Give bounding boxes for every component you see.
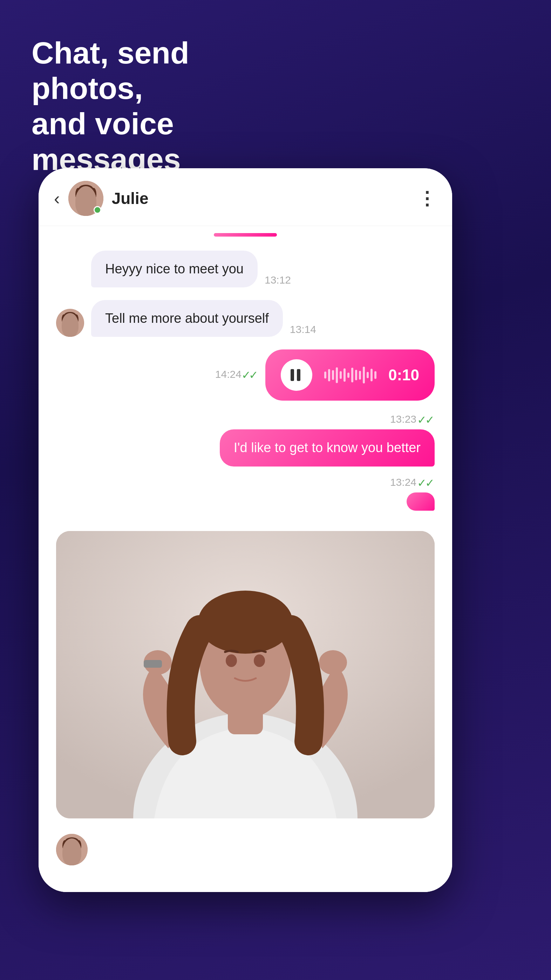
sent-bubble: I'd like to get to know you better: [220, 430, 435, 466]
bottom-contact-avatar: [56, 834, 88, 865]
svg-point-16: [67, 318, 69, 321]
svg-point-26: [226, 654, 237, 667]
svg-point-15: [74, 314, 78, 324]
svg-point-2: [78, 186, 94, 202]
wave-bar: [332, 370, 334, 380]
messages-area: Heyyy nice to meet you 13:12: [38, 247, 452, 524]
hero-title: Chat, send photos, and voice messages: [32, 35, 277, 177]
svg-point-27: [254, 654, 265, 667]
wave-bar: [371, 369, 373, 381]
svg-point-1: [76, 191, 96, 216]
chat-header: ‹: [38, 168, 452, 226]
photo-message: [56, 531, 435, 818]
contact-name: Julie: [112, 189, 149, 208]
bubble-with-time: Tell me more about yourself 13:14: [91, 300, 316, 337]
pause-icon: [291, 369, 303, 381]
wave-bar: [366, 372, 369, 378]
pause-button[interactable]: [281, 359, 312, 391]
svg-point-30: [63, 844, 81, 865]
check-icon-2: ✓: [425, 413, 435, 426]
svg-point-3: [78, 187, 94, 201]
svg-point-22: [319, 650, 347, 675]
sent-bubble: [406, 492, 435, 511]
svg-point-4: [78, 185, 94, 194]
message-time: 13:12: [264, 274, 291, 286]
svg-point-33: [62, 840, 67, 851]
voice-time-checks: 14:24 ✓ ✓: [215, 368, 258, 382]
wave-bar: [347, 372, 349, 378]
svg-point-12: [64, 313, 76, 326]
message-row: Tell me more about yourself 13:14: [56, 300, 435, 337]
svg-point-13: [64, 312, 76, 320]
svg-point-29: [56, 834, 88, 865]
phone-mockup: ‹: [38, 168, 452, 892]
pink-indicator-bar: [214, 233, 277, 237]
svg-point-36: [73, 844, 76, 847]
chat-body: Heyyy nice to meet you 13:12: [38, 226, 452, 892]
sent-message-row: 13:24 ✓ ✓: [56, 476, 435, 511]
received-bubble: Tell me more about yourself: [91, 300, 283, 337]
online-indicator: [94, 206, 101, 214]
wave-bar: [374, 371, 376, 379]
voice-message-row: 14:24 ✓ ✓: [56, 350, 435, 401]
wave-bar: [328, 369, 330, 381]
message-text: Tell me more about yourself: [105, 311, 269, 326]
svg-point-8: [88, 193, 91, 196]
svg-point-14: [62, 314, 66, 324]
svg-point-32: [65, 837, 79, 846]
voice-bubble: 0:10: [265, 350, 435, 401]
svg-point-25: [198, 590, 293, 654]
wave-bar: [363, 367, 365, 383]
svg-point-31: [65, 838, 79, 853]
svg-point-10: [56, 309, 84, 337]
svg-point-34: [76, 840, 81, 851]
check-icon-2: ✓: [249, 368, 258, 382]
message-time: 13:24: [390, 476, 416, 488]
pause-bar-right: [297, 369, 300, 381]
bubble-with-time: Heyyy nice to meet you 13:12: [91, 251, 291, 287]
message-row: Heyyy nice to meet you 13:12: [91, 251, 435, 287]
hero-line2: and voice messages: [32, 106, 181, 176]
wave-bar: [324, 372, 326, 379]
wave-bar: [355, 370, 357, 380]
sender-avatar: [56, 309, 84, 337]
wave-bar: [340, 371, 342, 379]
photo-svg: [56, 531, 435, 818]
svg-point-11: [62, 318, 78, 337]
svg-point-35: [68, 844, 70, 847]
svg-point-5: [75, 188, 81, 200]
sender-avatar-svg: [56, 309, 84, 337]
received-bubble: Heyyy nice to meet you: [91, 251, 258, 287]
wave-bar: [344, 368, 346, 382]
message-time: 13:14: [290, 323, 316, 336]
message-text: I'd like to get to know you better: [234, 440, 420, 455]
contact-avatar-wrapper: [68, 181, 104, 216]
svg-point-17: [72, 318, 74, 321]
waveform: [324, 366, 376, 384]
voice-duration: 0:10: [389, 366, 419, 384]
wave-bar: [359, 371, 361, 380]
svg-rect-28: [144, 660, 162, 668]
back-button[interactable]: ‹: [54, 188, 60, 208]
sent-message-row: 13:23 ✓ ✓ I'd like to get to know you be…: [56, 413, 435, 466]
wave-bar: [351, 368, 353, 382]
message-text: Heyyy nice to meet you: [105, 261, 244, 276]
voice-time: 14:24: [215, 368, 242, 380]
hero-line1: Chat, send photos,: [32, 35, 189, 105]
svg-point-9: [85, 196, 87, 198]
svg-point-7: [81, 193, 84, 196]
bottom-avatar-row: [38, 826, 452, 874]
sent-time-row: 13:24 ✓ ✓: [390, 476, 435, 490]
svg-point-6: [91, 188, 96, 200]
bottom-avatar-svg: [56, 834, 88, 865]
check-icon-2: ✓: [425, 476, 435, 490]
more-options-button[interactable]: ⋮: [418, 188, 437, 209]
wave-bar: [336, 368, 338, 383]
message-time: 13:23: [390, 413, 416, 425]
pause-bar-left: [291, 369, 294, 381]
sent-time-row: 13:23 ✓ ✓: [390, 413, 435, 426]
